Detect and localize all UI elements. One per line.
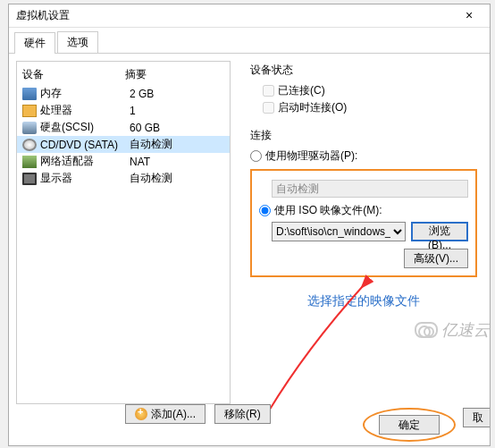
chk-connected-box [263,85,274,97]
advanced-button[interactable]: 高级(V)... [404,249,468,268]
cd-icon [22,139,37,151]
hardware-list[interactable]: 设备 摘要 内存2 GB处理器1硬盘(SCSI)60 GBCD/DVD (SAT… [16,61,231,404]
col-device: 设备 [22,67,125,82]
remove-button[interactable]: 移除(R) [214,404,271,424]
list-item-net[interactable]: 网络适配器NAT [17,153,230,170]
footer-right: 确定 取 [363,408,490,442]
radio-physical-input[interactable] [250,150,262,162]
radio-iso-input[interactable] [259,205,271,216]
close-icon[interactable]: × [456,7,482,25]
disp-icon [22,173,37,185]
cancel-button[interactable]: 取 [463,408,490,427]
chk-connected[interactable]: 已连接(C) [263,83,477,98]
radio-iso[interactable]: 使用 ISO 映像文件(M): [259,203,468,218]
radio-physical[interactable]: 使用物理驱动器(P): [250,148,477,164]
list-header: 设备 摘要 [17,65,230,85]
watermark: 亿速云 [415,319,490,341]
titlebar: 虚拟机设置 × [9,4,490,28]
chk-connect-on-power-box [263,102,274,114]
tab-hardware[interactable]: 硬件 [14,32,55,54]
disk-icon [22,122,37,134]
list-item-cpu[interactable]: 处理器1 [17,102,230,119]
cpu-icon [22,105,37,117]
browse-button[interactable]: 浏览(B)... [411,222,468,241]
highlight-box: 自动检测 使用 ISO 映像文件(M): D:\soft\iso\cn_wind… [250,169,477,277]
add-button[interactable]: 添加(A)... [125,404,206,424]
list-item-disp[interactable]: 显示器自动检测 [17,170,230,187]
footer-left: 添加(A)... 移除(R) [125,404,271,424]
list-item-cd[interactable]: CD/DVD (SATA)自动检测 [17,136,230,153]
col-summary: 摘要 [125,67,147,82]
tab-options[interactable]: 选项 [57,31,98,53]
iso-path-select[interactable]: D:\soft\iso\cn_windows_7_ [272,222,406,241]
tab-bar: 硬件 选项 [9,28,490,54]
add-icon [135,408,147,420]
right-panel: 设备状态 已连接(C) 启动时连接(O) 连接 使用物理驱动器(P): 自动检测… [238,54,490,411]
chk-connect-on-power[interactable]: 启动时连接(O) [263,100,477,115]
status-title: 设备状态 [250,63,477,78]
ok-highlight: 确定 [363,408,456,442]
list-item-disk[interactable]: 硬盘(SCSI)60 GB [17,119,230,136]
physical-drive-select: 自动检测 [272,180,468,198]
watermark-icon [415,322,438,338]
vm-settings-dialog: 虚拟机设置 × 硬件 选项 设备 摘要 内存2 GB处理器1硬盘(SCSI)60… [8,4,491,446]
mem-icon [22,88,37,100]
annotation-text: 选择指定的映像文件 [250,293,477,309]
connection-title: 连接 [250,128,477,143]
net-icon [22,156,37,168]
list-item-mem[interactable]: 内存2 GB [17,85,230,102]
ok-button[interactable]: 确定 [379,415,440,435]
window-title: 虚拟机设置 [16,8,456,23]
